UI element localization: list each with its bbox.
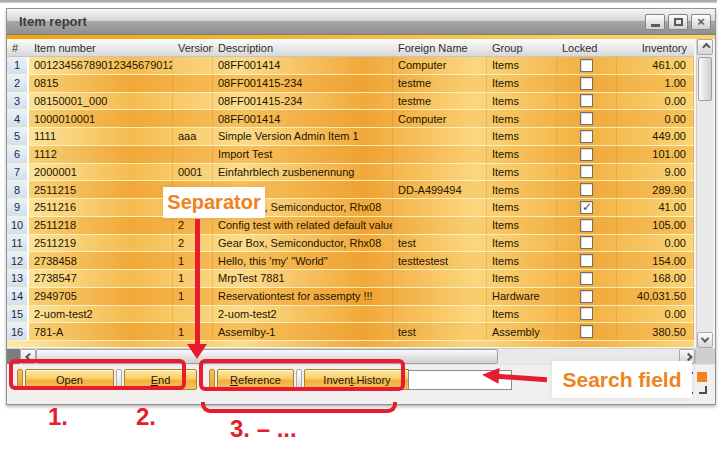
group-cell[interactable]: Items — [487, 164, 557, 181]
locked-checkbox[interactable] — [580, 219, 593, 232]
table-row[interactable]: 8 2511215 DD-A499494 Items 289.90 — [7, 181, 694, 199]
description-cell[interactable]: Simple Version Admin Item 1 — [213, 128, 393, 145]
locked-checkbox[interactable] — [580, 112, 593, 125]
row-number-cell[interactable]: 1 — [7, 57, 29, 74]
inventory-cell[interactable]: 289.90 — [617, 181, 694, 198]
table-row[interactable]: 6 1112 Import Test Items 101.00 — [7, 146, 694, 164]
inventory-cell[interactable]: 449.00 — [617, 128, 694, 145]
group-cell[interactable]: Items — [487, 306, 557, 323]
description-cell[interactable]: 2-uom-test2 — [213, 306, 393, 323]
inventory-cell[interactable]: 0.00 — [617, 110, 694, 127]
locked-checkbox[interactable] — [580, 272, 593, 285]
description-cell[interactable]: 08FF001415-234 — [213, 93, 393, 110]
locked-checkbox[interactable] — [580, 59, 593, 72]
col-header-locked[interactable]: Locked — [557, 39, 617, 56]
item-number-cell[interactable]: 1111 — [29, 128, 173, 145]
row-number-cell[interactable]: 6 — [7, 146, 29, 163]
version-cell[interactable] — [173, 146, 213, 163]
maximize-button[interactable] — [668, 14, 688, 30]
item-number-cell[interactable]: 2511219 — [29, 235, 173, 252]
row-number-cell[interactable]: 13 — [7, 270, 29, 287]
foreign-name-cell[interactable] — [393, 199, 487, 216]
description-cell[interactable]: Einfahrblech zusbenennung — [213, 164, 393, 181]
foreign-name-cell[interactable] — [393, 217, 487, 234]
group-cell[interactable]: Items — [487, 57, 557, 74]
inventory-cell[interactable]: 105.00 — [617, 217, 694, 234]
inventory-cell[interactable]: 101.00 — [617, 146, 694, 163]
row-number-cell[interactable]: 10 — [7, 217, 29, 234]
group-cell[interactable]: Items — [487, 93, 557, 110]
group-cell[interactable]: Items — [487, 181, 557, 198]
version-cell[interactable]: 2 — [173, 217, 213, 234]
locked-checkbox[interactable] — [580, 307, 593, 320]
table-row[interactable]: 4 1000010001 08FF001414 Computer Items 0… — [7, 110, 694, 128]
table-row[interactable]: 10 2511218 2 Config test with related de… — [7, 217, 694, 235]
description-cell[interactable]: Hello, this 'my' "World" — [213, 252, 393, 269]
foreign-name-cell[interactable]: test — [393, 323, 487, 340]
locked-checkbox[interactable] — [580, 183, 593, 196]
version-cell[interactable]: 1 — [173, 323, 213, 340]
group-cell[interactable]: Items — [487, 235, 557, 252]
group-cell[interactable]: Items — [487, 146, 557, 163]
description-cell[interactable]: 08FF001414 — [213, 57, 393, 74]
table-row[interactable]: 14 2949705 1 Reservationtest for assempt… — [7, 288, 694, 306]
locked-checkbox[interactable] — [580, 130, 593, 143]
foreign-name-cell[interactable]: testtestest — [393, 252, 487, 269]
row-number-cell[interactable]: 11 — [7, 235, 29, 252]
item-number-cell[interactable]: 0815 — [29, 75, 173, 92]
vertical-scroll-thumb[interactable] — [698, 57, 712, 101]
table-row[interactable]: 15 2-uom-test2 2-uom-test2 Items 0.00 — [7, 306, 694, 324]
group-cell[interactable]: Items — [487, 270, 557, 287]
version-cell[interactable] — [173, 110, 213, 127]
table-row[interactable]: 1 00123456789012345679012345 08FF001414 … — [7, 57, 694, 75]
version-cell[interactable] — [173, 75, 213, 92]
foreign-name-cell[interactable]: testme — [393, 75, 487, 92]
group-cell[interactable]: Items — [487, 199, 557, 216]
inventory-cell[interactable]: 0.00 — [617, 306, 694, 323]
col-header-index[interactable]: # — [7, 39, 29, 56]
description-cell[interactable]: Gear Box, Semiconductor, Rhx08 — [213, 235, 393, 252]
item-number-cell[interactable]: 08150001_000 — [29, 93, 173, 110]
group-cell[interactable]: Items — [487, 75, 557, 92]
title-bar[interactable]: Item report × — [7, 9, 715, 35]
row-number-cell[interactable]: 5 — [7, 128, 29, 145]
item-number-cell[interactable]: 2511216 — [29, 199, 173, 216]
locked-checkbox[interactable] — [580, 201, 593, 214]
version-cell[interactable]: 1 — [173, 288, 213, 305]
description-cell[interactable]: Reservationtest for assempty !!! — [213, 288, 393, 305]
version-cell[interactable] — [173, 306, 213, 323]
group-cell[interactable]: Items — [487, 110, 557, 127]
table-row[interactable]: 12 2738458 1 Hello, this 'my' "World" te… — [7, 252, 694, 270]
version-cell[interactable] — [173, 93, 213, 110]
row-number-cell[interactable]: 12 — [7, 252, 29, 269]
item-number-cell[interactable]: 2738547 — [29, 270, 173, 287]
table-row[interactable]: 3 08150001_000 08FF001415-234 testme Ite… — [7, 93, 694, 111]
table-row[interactable]: 16 781-A 1 Assemlby-1 test Assembly 380.… — [7, 323, 694, 341]
item-number-cell[interactable]: 2511215 — [29, 181, 173, 198]
group-cell[interactable]: Assembly — [487, 323, 557, 340]
item-number-cell[interactable]: 00123456789012345679012345 — [29, 57, 173, 74]
row-number-cell[interactable]: 2 — [7, 75, 29, 92]
version-cell[interactable] — [173, 57, 213, 74]
locked-checkbox[interactable] — [580, 254, 593, 267]
foreign-name-cell[interactable]: Computer — [393, 110, 487, 127]
col-header-group[interactable]: Group — [487, 39, 557, 56]
foreign-name-cell[interactable] — [393, 288, 487, 305]
foreign-name-cell[interactable]: test — [393, 235, 487, 252]
version-cell[interactable]: 1 — [173, 270, 213, 287]
version-cell[interactable]: 2 — [173, 235, 213, 252]
description-cell[interactable]: Import Test — [213, 146, 393, 163]
inventory-cell[interactable]: 380.50 — [617, 323, 694, 340]
version-cell[interactable]: 0001 — [173, 164, 213, 181]
table-row[interactable]: 5 1111 aaa Simple Version Admin Item 1 I… — [7, 128, 694, 146]
item-number-cell[interactable]: 2949705 — [29, 288, 173, 305]
col-header-item-number[interactable]: Item number — [29, 39, 173, 56]
row-number-cell[interactable]: 9 — [7, 199, 29, 216]
row-number-cell[interactable]: 16 — [7, 323, 29, 340]
description-cell[interactable]: Config test with related default values — [213, 217, 393, 234]
locked-checkbox[interactable] — [580, 290, 593, 303]
table-row[interactable]: 9 2511216 Gear Box, Semiconductor, Rhx08… — [7, 199, 694, 217]
item-number-cell[interactable]: 2738458 — [29, 252, 173, 269]
item-number-cell[interactable]: 2000001 — [29, 164, 173, 181]
locked-checkbox[interactable] — [580, 94, 593, 107]
